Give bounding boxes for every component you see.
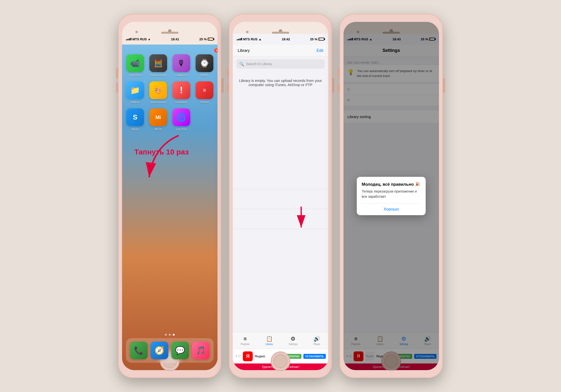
phone-2-inner: MTS RUS ▲ 18:42 25 % Library Edit <box>233 22 328 370</box>
podcasts-icon: 🎙 <box>172 54 190 72</box>
library-label-2: Library <box>265 343 273 346</box>
phone-2-top <box>233 22 328 42</box>
library-edit-btn[interactable]: Edit <box>316 48 323 53</box>
side-btn-2b <box>227 68 229 78</box>
tab-playlists-2[interactable]: ≡ Playlists <box>241 336 250 346</box>
phones-container: MTS RUS ▲ 18:41 25 % 📹 <box>108 4 453 388</box>
settings-screen: Settings DID YOU KNOW, THAT... 💡 You can… <box>343 45 439 370</box>
library-title: Library <box>238 48 250 53</box>
dock-messages-icon: 💬 <box>171 342 189 359</box>
dock-music[interactable]: 🎵 <box>192 342 210 359</box>
files-icon: 📁 <box>126 81 144 99</box>
dot-2a <box>246 31 249 33</box>
phone-3-inner: MTS RUS ▲ 18:43 25 % Settings <box>343 22 439 370</box>
library-icon-2: 📋 <box>266 336 273 342</box>
dot-1 <box>135 31 138 33</box>
app-mifit[interactable]: Mi Mi Fit <box>149 108 167 131</box>
player-label-2: Player <box>313 343 320 346</box>
empty-space-2 <box>233 209 328 229</box>
tab-player-2[interactable]: 🔊 Player <box>313 336 320 346</box>
ad-close-2[interactable]: ✕ ⓘ <box>235 354 241 358</box>
phone-1: MTS RUS ▲ 18:41 25 % 📹 <box>118 14 221 378</box>
app-todoist[interactable]: ≡ 5 Todoist <box>195 81 214 104</box>
side-btn-3b <box>338 68 340 78</box>
app-watch[interactable]: ⌚ Watch <box>195 54 214 76</box>
tab-library-2[interactable]: 📋 Library <box>265 336 273 346</box>
app-podcasts[interactable]: 🎙 Подкасты <box>172 54 190 76</box>
skype-icon: S <box>126 108 144 126</box>
side-btn-2c <box>227 83 229 93</box>
app-lazytool[interactable]: 🌀 LazyTool <box>172 108 190 131</box>
settings-label-2: Settings <box>289 343 297 346</box>
dock-music-icon: 🎵 <box>192 342 210 359</box>
app-feedback[interactable]: ! Feedback <box>172 81 190 104</box>
modal-ok-btn[interactable]: Хорошо <box>362 203 421 215</box>
red-arrow-1 <box>137 128 191 187</box>
podcasts-label: Подкасты <box>175 74 187 76</box>
dock-safari-icon: 🧭 <box>151 342 168 359</box>
watch-icon: ⌚ <box>196 54 213 72</box>
feedback-icon: ! <box>172 81 190 99</box>
dock-phone[interactable]: 📞 <box>130 342 148 359</box>
dot-1 <box>165 334 167 336</box>
calculator-label: Калькулятор <box>150 74 166 76</box>
modal-title: Молодец, всё правильно 🎉 <box>362 182 421 187</box>
app-facetime[interactable]: 📹 FaceTime <box>126 54 144 76</box>
player-icon-2: 🔊 <box>313 336 320 342</box>
addons-icon: 🎨 <box>149 81 167 99</box>
addons-label: Дополнения <box>151 101 166 104</box>
modal-overlay: Молодец, всё правильно 🎉 Теперь перезагр… <box>343 22 439 370</box>
dot-3 <box>173 334 175 336</box>
modal-body: Теперь перезагрузи приложение и все зара… <box>362 189 421 199</box>
side-btn-1 <box>221 78 223 93</box>
speaker-1 <box>161 32 178 34</box>
library-nav: Library Edit <box>233 45 328 57</box>
app-files[interactable]: 📁 Файлы <box>126 81 144 104</box>
modal-box: Молодец, всё правильно 🎉 Теперь перезагр… <box>357 177 426 215</box>
speaker-2 <box>272 32 289 34</box>
side-btn-3c <box>338 83 340 93</box>
library-search[interactable]: 🔍 Search in Library <box>236 59 325 69</box>
home-button-inner-2 <box>274 354 287 368</box>
dock: 📞 🧭 💬 🎵 <box>126 338 214 363</box>
app-skype[interactable]: S Skype <box>126 108 144 131</box>
empty-space-1 <box>233 189 328 209</box>
watch-label: Watch <box>201 74 208 76</box>
todoist-label: Todoist <box>200 101 209 104</box>
dock-phone-icon: 📞 <box>130 342 148 359</box>
facetime-icon: 📹 <box>126 54 144 72</box>
calculator-icon: 🧮 <box>149 54 167 72</box>
playlists-icon-2: ≡ <box>244 336 247 342</box>
search-text: Search in Library <box>246 62 272 66</box>
library-empty-msg: Library is empty. You can upload records… <box>233 71 328 189</box>
dock-messages[interactable]: 💬 <box>171 342 189 359</box>
side-btn-3 <box>116 83 118 93</box>
tab-settings-2[interactable]: ⚙ Settings <box>289 336 297 346</box>
settings-icon-2: ⚙ <box>291 336 296 342</box>
playlists-label-2: Playlists <box>241 343 250 346</box>
phone-1-inner: MTS RUS ▲ 18:41 25 % 📹 <box>122 22 218 370</box>
page-dots <box>165 334 175 336</box>
home-button-2[interactable] <box>271 351 290 371</box>
phone-3: MTS RUS ▲ 18:43 25 % Settings <box>340 14 443 378</box>
library-spacer <box>233 229 328 332</box>
phone-1-top <box>122 22 218 42</box>
phone-2: MTS RUS ▲ 18:42 25 % Library Edit <box>229 14 332 378</box>
feedback-label: Feedback <box>175 101 187 104</box>
app-calculator[interactable]: 🧮 Калькулятор <box>149 54 167 76</box>
side-btn-2a <box>332 78 334 93</box>
home-screen: 📹 FaceTime 🧮 Калькулятор 🎙 Подкасты ⌚ Wa… <box>122 45 218 370</box>
ad-logo-2: Я <box>243 351 253 361</box>
mifit-icon: Mi <box>149 108 167 126</box>
todoist-icon: ≡ <box>196 81 213 99</box>
red-arrow-2 <box>289 204 313 234</box>
dock-safari[interactable]: 🧭 <box>151 342 168 359</box>
ad-install-2[interactable]: УСТАНОВИТЬ <box>303 354 326 359</box>
app-grid: 📹 FaceTime 🧮 Калькулятор 🎙 Подкасты ⌚ Wa… <box>122 49 218 136</box>
lazytool-icon: 🌀 <box>172 108 190 126</box>
tab-bar-2: ≡ Playlists 📋 Library ⚙ Settings 🔊 Playe… <box>233 332 328 349</box>
app-addons[interactable]: 🎨 Дополнения <box>149 81 167 104</box>
dot-2 <box>169 334 171 336</box>
facetime-label: FaceTime <box>129 74 141 76</box>
todoist-badge: 5 <box>214 48 218 53</box>
